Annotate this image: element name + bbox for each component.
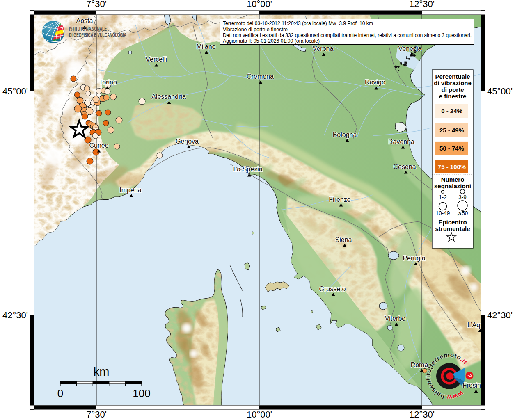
svg-text:Dati non verificati estratti d: Dati non verificati estratti da 332 ques… [223, 32, 472, 38]
svg-text:50 - 74%: 50 - 74% [439, 145, 464, 152]
svg-text:strumentale: strumentale [435, 225, 470, 232]
svg-text:7°30': 7°30' [86, 409, 107, 420]
svg-text:Epicentro: Epicentro [438, 219, 467, 226]
svg-text:?: ? [467, 374, 473, 377]
svg-text:di vibrazione: di vibrazione [434, 80, 472, 87]
svg-text:Aggiornato il: 05-01-2026 01:0: Aggiornato il: 05-01-2026 01:00 (ora loc… [223, 38, 320, 44]
svg-text:⩾50: ⩾50 [457, 210, 468, 216]
svg-text:Vibrazione di porte e finestre: Vibrazione di porte e finestre [223, 26, 288, 32]
svg-text:10-49: 10-49 [436, 210, 450, 216]
svg-text:Rovigo: Rovigo [365, 79, 385, 86]
svg-text:DI GEOFISICA E VULCANOLOGIA: DI GEOFISICA E VULCANOLOGIA [69, 31, 126, 38]
svg-text:45°00': 45°00' [487, 86, 513, 96]
svg-text:Imperia: Imperia [119, 187, 141, 194]
svg-text:42°30': 42°30' [487, 310, 513, 320]
svg-text:Aosta: Aosta [76, 17, 93, 24]
svg-text:75 - 100%: 75 - 100% [438, 163, 466, 170]
svg-text:12°30': 12°30' [409, 409, 435, 420]
svg-text:7°30': 7°30' [86, 0, 107, 9]
svg-text:km: km [94, 365, 110, 378]
svg-text:10°00': 10°00' [247, 0, 272, 9]
svg-text:42°30': 42°30' [2, 310, 28, 320]
svg-text:di porte: di porte [442, 86, 464, 93]
svg-text:Perugia: Perugia [403, 255, 425, 262]
svg-text:0 - 24%: 0 - 24% [441, 107, 462, 114]
svg-text:Firenze: Firenze [329, 196, 350, 203]
svg-text:Cuneo: Cuneo [89, 142, 108, 149]
svg-text:Verona: Verona [313, 45, 334, 52]
svg-text:12°30': 12°30' [409, 0, 435, 9]
svg-text:Roma: Roma [411, 361, 428, 368]
svg-text:Cesena: Cesena [393, 163, 416, 170]
svg-text:45°00': 45°00' [2, 86, 28, 96]
svg-text:100: 100 [133, 387, 150, 399]
svg-text:25 - 49%: 25 - 49% [439, 127, 464, 134]
svg-text:segnalazioni: segnalazioni [434, 183, 471, 189]
svg-text:Viterbo: Viterbo [385, 315, 406, 322]
svg-text:Ravenna: Ravenna [388, 138, 414, 145]
svg-text:Venezia: Venezia [398, 45, 422, 52]
svg-text:3-9: 3-9 [458, 194, 467, 200]
svg-text:Genova: Genova [176, 138, 199, 145]
svg-text:Bologna: Bologna [333, 131, 357, 138]
svg-text:Siena: Siena [335, 236, 352, 243]
svg-text:Grosseto: Grosseto [319, 285, 346, 292]
svg-text:Alessandria: Alessandria [151, 93, 186, 100]
svg-text:10°00': 10°00' [247, 409, 272, 420]
svg-text:Numero: Numero [441, 176, 465, 183]
svg-text:Milano: Milano [196, 43, 215, 50]
svg-text:Vercelli: Vercelli [146, 56, 167, 63]
svg-text:1-2: 1-2 [439, 194, 447, 200]
svg-text:e finestre: e finestre [439, 93, 467, 100]
svg-text:Terremoto del 03-10-2012 11:20: Terremoto del 03-10-2012 11:20:43 (ora l… [223, 20, 373, 26]
svg-text:0: 0 [57, 387, 63, 399]
svg-text:Cremona: Cremona [247, 73, 274, 80]
svg-text:La Spezia: La Spezia [233, 166, 262, 173]
svg-text:Torino: Torino [99, 79, 117, 86]
svg-text:Percentuale: Percentuale [435, 73, 470, 80]
